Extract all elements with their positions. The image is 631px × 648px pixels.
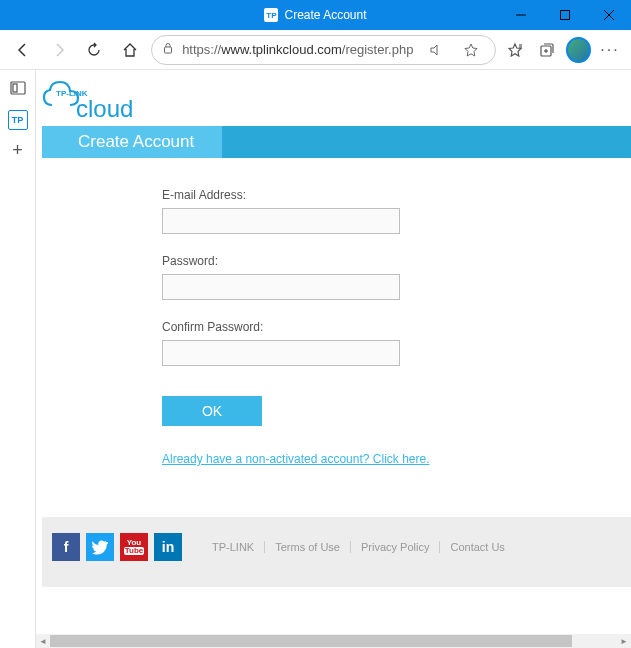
lock-icon: [162, 42, 174, 57]
page-content: TP-LINK cloud Create Account E-mail Addr…: [36, 70, 631, 634]
main-area: TP + TP-LINK cloud Create Account E-mail…: [0, 70, 631, 648]
favorite-star-icon[interactable]: [457, 36, 485, 64]
forward-button[interactable]: [44, 34, 74, 66]
password-label: Password:: [162, 254, 631, 268]
sidebar-tab-favicon[interactable]: TP: [8, 110, 28, 130]
refresh-button[interactable]: [80, 34, 110, 66]
vertical-tab-sidebar: TP +: [0, 70, 36, 648]
scroll-thumb[interactable]: [50, 635, 572, 647]
banner-title: Create Account: [42, 126, 222, 158]
home-button[interactable]: [115, 34, 145, 66]
scroll-right-arrow[interactable]: ►: [617, 634, 631, 648]
browser-tab[interactable]: TP Create Account: [264, 8, 366, 22]
svg-rect-4: [165, 47, 172, 53]
scroll-track[interactable]: [50, 634, 617, 648]
svg-text:cloud: cloud: [76, 95, 133, 122]
confirm-password-label: Confirm Password:: [162, 320, 631, 334]
footer-link-privacy[interactable]: Privacy Policy: [351, 541, 440, 553]
minimize-button[interactable]: [499, 0, 543, 30]
youtube-icon[interactable]: YouTube: [120, 533, 148, 561]
window-titlebar: TP Create Account: [0, 0, 631, 30]
profile-avatar[interactable]: [566, 37, 590, 63]
ok-button[interactable]: OK: [162, 396, 262, 426]
new-tab-button[interactable]: +: [12, 140, 23, 161]
activate-account-link[interactable]: Already have a non-activated account? Cl…: [162, 452, 430, 466]
content-wrapper: TP-LINK cloud Create Account E-mail Addr…: [36, 70, 631, 648]
email-input[interactable]: [162, 208, 400, 234]
footer-link-terms[interactable]: Terms of Use: [265, 541, 351, 553]
favorites-button[interactable]: [502, 36, 528, 64]
back-button[interactable]: [8, 34, 38, 66]
tplink-cloud-logo: TP-LINK cloud: [42, 76, 631, 126]
browser-toolbar: https://www.tplinkcloud.com/register.php…: [0, 30, 631, 70]
tab-title: Create Account: [284, 8, 366, 22]
facebook-icon[interactable]: f: [52, 533, 80, 561]
collections-button[interactable]: [534, 36, 560, 64]
tab-favicon: TP: [264, 8, 278, 22]
registration-form: E-mail Address: Password: Confirm Passwo…: [42, 158, 631, 497]
url-text: https://www.tplinkcloud.com/register.php: [182, 42, 413, 57]
close-button[interactable]: [587, 0, 631, 30]
more-menu-button[interactable]: ···: [597, 36, 623, 64]
password-input[interactable]: [162, 274, 400, 300]
footer-link-contact[interactable]: Contact Us: [440, 541, 514, 553]
twitter-icon[interactable]: [86, 533, 114, 561]
horizontal-scrollbar[interactable]: ◄ ►: [36, 634, 631, 648]
confirm-password-input[interactable]: [162, 340, 400, 366]
footer-links: TP-LINK Terms of Use Privacy Policy Cont…: [202, 541, 515, 553]
maximize-button[interactable]: [543, 0, 587, 30]
tab-actions-button[interactable]: [6, 76, 30, 100]
linkedin-icon[interactable]: in: [154, 533, 182, 561]
svg-rect-1: [561, 11, 570, 20]
read-aloud-icon[interactable]: [421, 36, 449, 64]
email-label: E-mail Address:: [162, 188, 631, 202]
svg-rect-11: [13, 84, 17, 92]
window-controls: [499, 0, 631, 30]
page-footer: f YouTube in TP-LINK Terms of Use Privac…: [42, 517, 631, 587]
footer-link-tplink[interactable]: TP-LINK: [202, 541, 265, 553]
scroll-left-arrow[interactable]: ◄: [36, 634, 50, 648]
page-banner: Create Account: [42, 126, 631, 158]
address-bar[interactable]: https://www.tplinkcloud.com/register.php: [151, 35, 496, 65]
